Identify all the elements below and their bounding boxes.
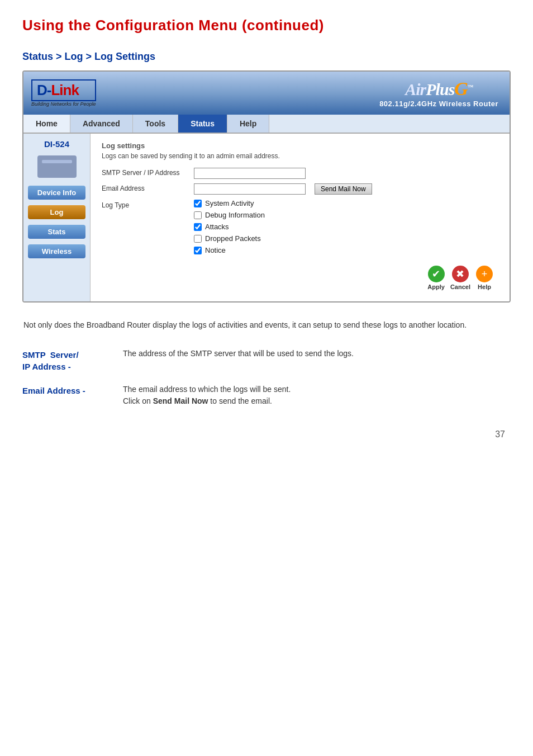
- router-header: D-Link Building Networks for People AirP…: [23, 72, 510, 115]
- log-type-label: Log Type: [102, 199, 188, 209]
- main-area: Log settings Logs can be saved by sendin…: [91, 134, 510, 301]
- sidebar-btn-device-info[interactable]: Device Info: [28, 186, 85, 200]
- checkbox-system-activity-label: System Activity: [205, 199, 254, 207]
- sidebar: DI-524 Device Info Log Stats Wireless: [23, 134, 91, 301]
- log-settings-title: Log settings: [102, 141, 498, 150]
- apply-label: Apply: [427, 284, 445, 290]
- checkbox-dropped-packets[interactable]: Dropped Packets: [194, 234, 265, 243]
- smtp-row: SMTP Server / IP Address: [102, 168, 498, 179]
- checkbox-attacks-label: Attacks: [205, 223, 229, 231]
- checkbox-notice-label: Notice: [205, 246, 226, 254]
- apply-group: ✔ Apply: [427, 266, 445, 290]
- description-text: Not only does the Broadband Router displ…: [22, 319, 511, 331]
- checkbox-notice-input[interactable]: [194, 247, 202, 254]
- page-number: 37: [22, 429, 511, 440]
- router-content: DI-524 Device Info Log Stats Wireless Lo…: [23, 134, 510, 301]
- help-group: + Help: [476, 266, 493, 290]
- glossary-term-email: Email Address -: [22, 384, 123, 407]
- section-heading: Status > Log > Log Settings: [22, 51, 511, 63]
- logo-text: D-Link: [37, 82, 79, 98]
- help-label: Help: [478, 284, 491, 290]
- apply-icon[interactable]: ✔: [428, 266, 445, 282]
- tab-status[interactable]: Status: [178, 115, 227, 133]
- checkbox-system-activity-input[interactable]: [194, 200, 202, 207]
- smtp-label: SMTP Server / IP Address: [102, 168, 188, 177]
- router-ui: D-Link Building Networks for People AirP…: [22, 70, 511, 303]
- log-type-row: Log Type System Activity Debug Informati…: [102, 199, 498, 254]
- logo-d: D: [37, 82, 47, 98]
- checkbox-notice[interactable]: Notice: [194, 246, 265, 254]
- checkboxes-col: System Activity Debug Information Attack…: [194, 199, 265, 254]
- dlink-logo: D-Link Building Networks for People: [31, 79, 96, 107]
- checkbox-debug-info-label: Debug Information: [205, 211, 265, 219]
- checkbox-system-activity[interactable]: System Activity: [194, 199, 265, 207]
- smtp-input[interactable]: [194, 168, 306, 179]
- checkbox-dropped-packets-input[interactable]: [194, 235, 202, 243]
- sidebar-btn-stats[interactable]: Stats: [28, 225, 85, 239]
- checkbox-dropped-packets-label: Dropped Packets: [205, 234, 261, 243]
- cancel-label: Cancel: [450, 284, 470, 290]
- glossary-def-smtp: The address of the SMTP server that will…: [123, 348, 511, 372]
- cancel-group: ✖ Cancel: [450, 266, 470, 290]
- glossary: SMTP Server/IP Address - The address of …: [22, 348, 511, 407]
- email-label: Email Address: [102, 183, 188, 192]
- cancel-icon[interactable]: ✖: [452, 266, 469, 282]
- checkbox-debug-info[interactable]: Debug Information: [194, 211, 265, 219]
- checkbox-attacks-input[interactable]: [194, 223, 202, 231]
- sidebar-btn-wireless[interactable]: Wireless: [28, 244, 85, 258]
- glossary-term-smtp: SMTP Server/IP Address -: [22, 348, 123, 372]
- page-title: Using the Configuration Menu (continued): [22, 17, 511, 34]
- log-settings-desc: Logs can be saved by sending it to an ad…: [102, 152, 498, 160]
- tab-tools[interactable]: Tools: [133, 115, 178, 133]
- tab-advanced[interactable]: Advanced: [70, 115, 133, 133]
- sidebar-btn-log[interactable]: Log: [28, 205, 85, 219]
- help-icon[interactable]: +: [476, 266, 493, 282]
- checkbox-debug-info-input[interactable]: [194, 211, 202, 219]
- logo-link: Link: [51, 82, 78, 98]
- airplus-brand: AirPlusG™ 802.11g/2.4GHz Wireless Router: [379, 78, 498, 108]
- router-model: 802.11g/2.4GHz Wireless Router: [379, 100, 498, 108]
- email-input[interactable]: [194, 183, 306, 195]
- tab-home[interactable]: Home: [23, 115, 70, 133]
- router-image: [37, 155, 77, 178]
- tab-help[interactable]: Help: [227, 115, 269, 133]
- action-buttons: ✔ Apply ✖ Cancel + Help: [102, 266, 498, 290]
- checkbox-attacks[interactable]: Attacks: [194, 223, 265, 231]
- model-label: DI-524: [44, 139, 69, 149]
- glossary-def-email: The email address to which the logs will…: [123, 384, 511, 407]
- airplus-text: AirPlusG™: [379, 78, 498, 100]
- send-mail-button[interactable]: Send Mail Now: [315, 183, 372, 195]
- nav-tabs: Home Advanced Tools Status Help: [23, 115, 510, 134]
- logo-sub: Building Networks for People: [31, 101, 96, 107]
- email-row: Email Address Send Mail Now: [102, 183, 498, 195]
